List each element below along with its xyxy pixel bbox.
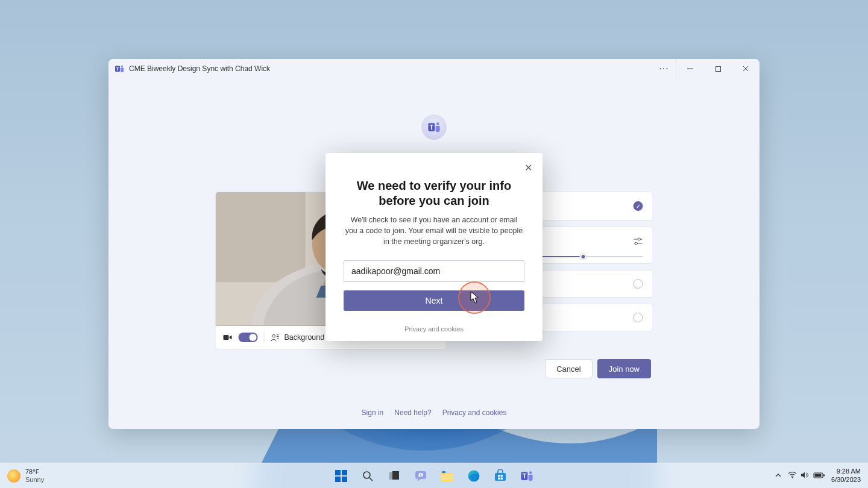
taskbar-weather[interactable]: 78°F Sunny: [7, 468, 44, 483]
svg-rect-33: [392, 471, 399, 480]
svg-point-17: [272, 334, 275, 337]
dialog-body: We'll check to see if you have an accoun…: [344, 214, 524, 247]
titlebar: T CME Biweekly Design Sync with Chad Wic…: [108, 59, 760, 78]
volume-slider-thumb[interactable]: [580, 254, 587, 260]
taskbar-right: 9:28 AM 6/30/2023: [775, 468, 861, 483]
wifi-icon[interactable]: [788, 471, 797, 480]
dialog-title: We need to verify your info before you c…: [344, 178, 524, 208]
window-more-button[interactable]: ···: [652, 59, 676, 78]
svg-point-47: [792, 477, 793, 478]
camera-icon: [223, 333, 233, 342]
verify-info-dialog: ✕ We need to verify your info before you…: [326, 153, 542, 341]
svg-text:T: T: [523, 472, 527, 480]
svg-rect-39: [495, 473, 506, 481]
tray-chevron-icon[interactable]: [775, 472, 782, 480]
svg-rect-27: [342, 470, 347, 475]
window-minimize-button[interactable]: [676, 59, 704, 78]
battery-icon[interactable]: [813, 472, 825, 480]
window-close-button[interactable]: [732, 59, 760, 78]
svg-rect-42: [498, 477, 500, 479]
svg-text:T: T: [116, 66, 119, 72]
separator: [264, 332, 265, 343]
svg-text:T: T: [430, 124, 434, 131]
svg-rect-29: [342, 477, 347, 482]
search-button[interactable]: [356, 465, 379, 487]
teams-brand-icon: T: [421, 114, 447, 140]
svg-point-2: [121, 65, 123, 67]
svg-rect-36: [441, 474, 453, 481]
svg-point-23: [638, 238, 641, 240]
svg-rect-43: [501, 477, 503, 479]
taskbar-center-icons: T: [330, 465, 538, 487]
svg-rect-16: [224, 335, 229, 340]
svg-rect-49: [823, 474, 825, 476]
window-controls: ···: [652, 59, 760, 78]
clock-date: 6/30/2023: [831, 476, 861, 484]
svg-point-30: [363, 472, 370, 478]
svg-rect-41: [501, 475, 503, 477]
taskbar-app-store[interactable]: [489, 465, 512, 487]
join-now-button[interactable]: Join now: [597, 359, 651, 378]
clock-time: 9:28 AM: [831, 468, 861, 475]
weather-temp: 78°F: [25, 468, 44, 475]
svg-point-46: [529, 471, 532, 474]
svg-rect-40: [498, 475, 500, 477]
signin-link[interactable]: Sign in: [362, 408, 384, 417]
window-maximize-button[interactable]: [704, 59, 732, 78]
footer-links: Sign in Need help? Privacy and cookies: [362, 408, 507, 417]
svg-rect-28: [335, 477, 341, 482]
radio-unchecked-icon: [634, 279, 643, 289]
taskbar: 78°F Sunny: [0, 463, 868, 488]
need-help-link[interactable]: Need help?: [394, 408, 431, 417]
svg-point-9: [436, 122, 439, 125]
taskbar-app-teams[interactable]: T: [515, 465, 538, 487]
dialog-close-button[interactable]: ✕: [522, 161, 534, 174]
next-button[interactable]: Next: [344, 290, 524, 311]
volume-icon[interactable]: [800, 471, 810, 480]
weather-sun-icon: [7, 469, 20, 483]
taskbar-app-chat[interactable]: [409, 465, 432, 487]
svg-rect-26: [335, 470, 341, 475]
start-button[interactable]: [330, 465, 353, 487]
taskbar-app-edge[interactable]: [462, 465, 485, 487]
svg-point-25: [635, 242, 638, 245]
taskbar-clock[interactable]: 9:28 AM 6/30/2023: [831, 468, 861, 483]
radio-checked-icon: [634, 201, 643, 211]
svg-rect-11: [216, 192, 306, 282]
window-title: CME Biweekly Design Sync with Chad Wick: [129, 64, 270, 73]
cancel-button[interactable]: Cancel: [545, 359, 592, 378]
camera-toggle[interactable]: [239, 333, 258, 342]
taskbar-app-explorer[interactable]: [436, 465, 459, 487]
person-effects-icon: [271, 333, 280, 342]
email-input[interactable]: [344, 260, 524, 282]
sliders-icon: [634, 237, 643, 248]
radio-unchecked-icon: [634, 313, 643, 322]
svg-line-31: [370, 478, 373, 481]
svg-rect-37: [442, 471, 445, 473]
svg-rect-4: [715, 66, 720, 71]
dialog-privacy-link[interactable]: Privacy and cookies: [344, 325, 524, 333]
weather-desc: Sunny: [25, 476, 44, 483]
teams-app-icon: T: [115, 64, 124, 74]
task-view-button[interactable]: [383, 465, 406, 487]
svg-rect-50: [815, 474, 822, 477]
privacy-link[interactable]: Privacy and cookies: [442, 408, 507, 417]
